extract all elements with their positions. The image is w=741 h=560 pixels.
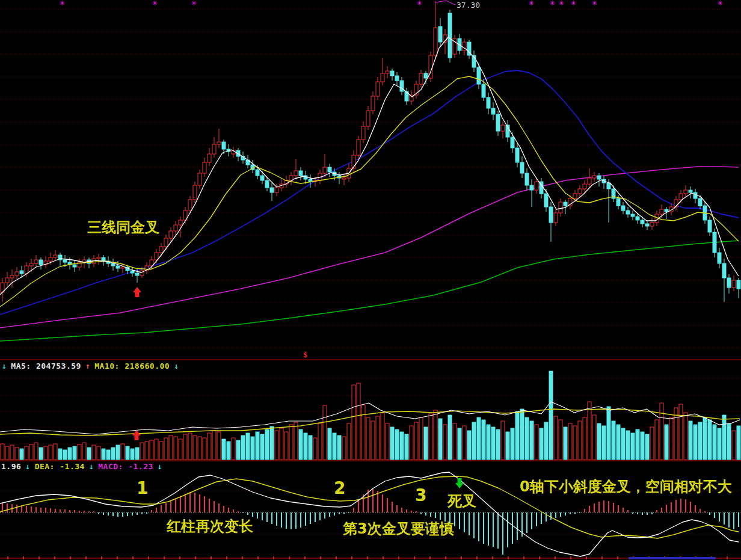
red-bars-annotation: 红柱再次变长 [167,519,253,534]
third-cross-annotation: 第3次金叉要谨慎 [343,522,454,536]
golden-cross-annotation: 三线同金叉 [87,220,159,235]
svg-text:✳: ✳ [416,0,422,7]
macd-dea-value[interactable]: DEA: -1.34 [35,462,85,471]
svg-text:✳: ✳ [591,0,597,7]
macd-down-arrow-icon-2: ↓ [89,462,94,471]
stock-chart-app: ✳✳✳✳✳✳✳✳✳✳ 37.30 三线同金叉 1 2 3 死叉 0轴下小斜度金叉… [0,0,741,560]
volume-pane [0,371,740,460]
svg-text:✳: ✳ [558,0,564,7]
peak-price-label: 37.30 [457,1,480,10]
macd-dif-value[interactable]: 1.96 [1,462,21,471]
svg-text:✳: ✳ [528,0,533,7]
split-event-marker: $ [303,351,307,359]
macd-down-arrow-icon-3: ↓ [158,462,162,471]
macd-value[interactable]: MACD: -1.23 [98,462,153,471]
death-cross-annotation: 死叉 [447,494,476,508]
svg-text:✳: ✳ [191,0,196,7]
main-price-pane [0,1,740,341]
svg-text:✳: ✳ [570,0,576,7]
svg-text:✳: ✳ [549,0,555,7]
svg-text:✳: ✳ [717,0,722,7]
vol-up-arrow-icon: ↑ [85,362,90,371]
vol-ma10-value[interactable]: MA10: 218660.00 [94,362,170,371]
svg-text:✳: ✳ [59,0,64,7]
small-slope-annotation: 0轴下小斜度金叉，空间相对不大 [520,479,732,494]
volume-indicator-header: ↓ MA5: 204753.59 ↑ MA10: 218660.00 ↓ [2,362,179,371]
macd-indicator-header: 1.96 ↓ DEA: -1.34 ↓ MACD: -1.23 ↓ [1,462,162,471]
vol-down-arrow-icon: ↓ [174,362,179,371]
cross-number-1: 1 [137,480,148,497]
svg-text:✳: ✳ [152,0,157,7]
cross-number-3: 3 [415,487,426,504]
macd-down-arrow-icon-1: ↓ [25,462,30,471]
bottom-time-axis[interactable] [0,556,741,559]
vol-ma5-value[interactable]: MA5: 204753.59 [11,362,81,371]
vol-trend-down-arrow-icon: ↓ [2,362,7,371]
cross-number-2: 2 [334,480,345,497]
kline-chart-canvas[interactable]: ✳✳✳✳✳✳✳✳✳✳ [0,0,741,560]
